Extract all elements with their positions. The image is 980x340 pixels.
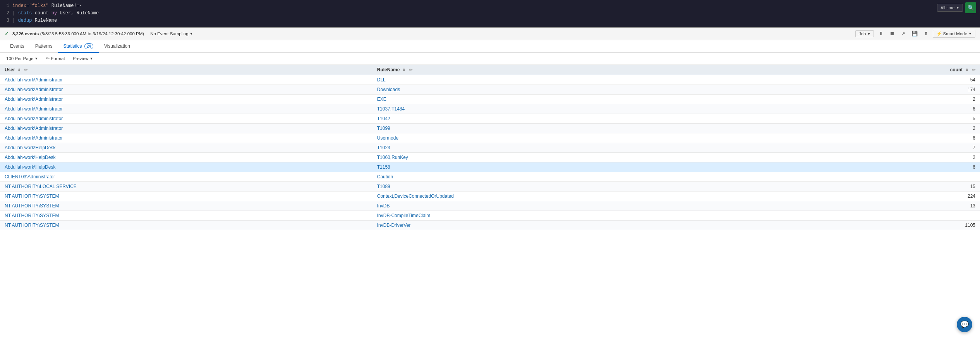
table-row[interactable]: Abdullah-work\AdministratorDLL54 xyxy=(0,75,980,85)
cell-count: 2 xyxy=(911,152,980,162)
tab-visualization[interactable]: Visualization xyxy=(99,40,136,53)
cell-user[interactable]: Abdullah-work\Administrator xyxy=(0,94,372,104)
col-header-rulename[interactable]: RuleName ⇕ ✏ xyxy=(372,65,911,75)
table-row[interactable]: CLIENT03\AdministratorCaution xyxy=(0,172,980,181)
cell-rulename[interactable]: Usermode xyxy=(372,133,911,143)
cell-rulename[interactable]: InvDB-DriverVer xyxy=(372,220,911,230)
cell-user[interactable]: Abdullah-work\HelpDesk xyxy=(0,152,372,162)
tab-statistics-label: Statistics xyxy=(63,43,82,49)
tab-statistics[interactable]: Statistics 24 xyxy=(58,40,98,53)
col-rulename-edit-icon[interactable]: ✏ xyxy=(409,67,412,72)
preview-dropdown[interactable]: Preview ▼ xyxy=(71,55,95,62)
save-button[interactable]: 💾 xyxy=(910,30,919,37)
table-row[interactable]: Abdullah-work\HelpDeskT10237 xyxy=(0,143,980,152)
table-row[interactable]: Abdullah-work\AdministratorUsermode6 xyxy=(0,133,980,143)
cell-rulename[interactable]: EXE xyxy=(372,94,911,104)
cell-user[interactable]: Abdullah-work\Administrator xyxy=(0,114,372,123)
col-rulename-sort-icon: ⇕ xyxy=(402,68,405,72)
export-button[interactable]: ⬆ xyxy=(922,30,930,37)
query-line-3: 3 | dedup RuleName xyxy=(4,17,933,24)
per-page-dropdown[interactable]: 100 Per Page ▼ xyxy=(5,55,39,62)
query-text-3: | dedup RuleName xyxy=(12,17,57,24)
cell-rulename[interactable]: InvDB xyxy=(372,201,911,211)
cell-rulename[interactable]: T1037,T1484 xyxy=(372,104,911,114)
cell-rulename[interactable]: T1089 xyxy=(372,181,911,191)
table-row[interactable]: Abdullah-work\AdministratorT10425 xyxy=(0,114,980,123)
query-text-2: | stats count by User, RuleName xyxy=(12,10,99,17)
cell-rulename[interactable]: T1042 xyxy=(372,114,911,123)
statistics-table-container: User ⇕ ✏ RuleName ⇕ ✏ count ⇕ ✏ Abdullah… xyxy=(0,65,980,230)
smart-mode-caret-icon: ▼ xyxy=(968,32,972,36)
preview-caret-icon: ▼ xyxy=(90,57,93,60)
time-range-dropdown[interactable]: All time ▼ xyxy=(937,4,963,12)
cell-user[interactable]: NT AUTHORITY\SYSTEM xyxy=(0,220,372,230)
cell-rulename[interactable]: DLL xyxy=(372,75,911,85)
table-row[interactable]: Abdullah-work\AdministratorT10992 xyxy=(0,123,980,133)
table-row[interactable]: NT AUTHORITY\SYSTEMInvDB-DriverVer1105 xyxy=(0,220,980,230)
tab-events-label: Events xyxy=(10,43,24,49)
col-count-sort-icon: ⇕ xyxy=(965,68,968,72)
event-sampling-dropdown[interactable]: No Event Sampling ▼ xyxy=(148,31,195,37)
table-row[interactable]: NT AUTHORITY\SYSTEMInvDB13 xyxy=(0,201,980,211)
smart-mode-dropdown[interactable]: ⚡ Smart Mode ▼ xyxy=(933,30,975,38)
table-row[interactable]: Abdullah-work\AdministratorT1037,T14846 xyxy=(0,104,980,114)
query-controls: All time ▼ 🔍 xyxy=(933,2,976,13)
col-header-count[interactable]: count ⇕ ✏ xyxy=(911,65,980,75)
cell-rulename[interactable]: Context,DeviceConnectedOrUpdated xyxy=(372,191,911,201)
query-editor[interactable]: 1 index="folks" RuleName!=- 2 | stats co… xyxy=(0,0,980,28)
cell-user[interactable]: NT AUTHORITY\SYSTEM xyxy=(0,191,372,201)
cell-user[interactable]: Abdullah-work\HelpDesk xyxy=(0,162,372,172)
smart-mode-label: Smart Mode xyxy=(943,31,967,36)
share-button[interactable]: ↗ xyxy=(899,30,907,37)
query-lines[interactable]: 1 index="folks" RuleName!=- 2 | stats co… xyxy=(4,2,933,25)
table-row[interactable]: NT AUTHORITY\SYSTEMInvDB-CompileTimeClai… xyxy=(0,211,980,220)
cell-user[interactable]: Abdullah-work\Administrator xyxy=(0,123,372,133)
col-count-edit-icon[interactable]: ✏ xyxy=(972,67,975,72)
smart-mode-indicator: ⚡ xyxy=(936,31,942,36)
cell-count: 7 xyxy=(911,143,980,152)
cell-user[interactable]: Abdullah-work\HelpDesk xyxy=(0,143,372,152)
cell-rulename[interactable]: Caution xyxy=(372,172,911,181)
cell-user[interactable]: Abdullah-work\Administrator xyxy=(0,133,372,143)
cell-rulename[interactable]: T1099 xyxy=(372,123,911,133)
tab-patterns[interactable]: Patterns xyxy=(30,40,58,53)
cell-rulename[interactable]: T1060,RunKey xyxy=(372,152,911,162)
preview-label: Preview xyxy=(73,56,89,61)
cell-count: 6 xyxy=(911,162,980,172)
event-count-text: 8,226 events (5/8/23 5:58:36.000 AM to 3… xyxy=(12,31,144,36)
cell-user[interactable]: Abdullah-work\Administrator xyxy=(0,75,372,85)
cell-user[interactable]: NT AUTHORITY\SYSTEM xyxy=(0,211,372,220)
cell-user[interactable]: NT AUTHORITY\SYSTEM xyxy=(0,201,372,211)
cell-user[interactable]: NT AUTHORITY\LOCAL SERVICE xyxy=(0,181,372,191)
format-button[interactable]: ✏ Format xyxy=(44,55,66,62)
time-range-label: All time xyxy=(941,5,954,10)
cell-count: 2 xyxy=(911,94,980,104)
job-dropdown[interactable]: Job ▼ xyxy=(855,30,874,37)
table-row[interactable]: Abdullah-work\AdministratorDownloads174 xyxy=(0,85,980,94)
table-row[interactable]: NT AUTHORITY\SYSTEMContext,DeviceConnect… xyxy=(0,191,980,201)
stop-button[interactable]: ⏹ xyxy=(888,30,896,37)
pause-button[interactable]: ⏸ xyxy=(877,30,885,37)
col-header-user[interactable]: User ⇕ ✏ xyxy=(0,65,372,75)
cell-user[interactable]: Abdullah-work\Administrator xyxy=(0,104,372,114)
cell-rulename[interactable]: T1023 xyxy=(372,143,911,152)
table-row[interactable]: Abdullah-work\HelpDeskT1060,RunKey2 xyxy=(0,152,980,162)
statistics-table: User ⇕ ✏ RuleName ⇕ ✏ count ⇕ ✏ Abdullah… xyxy=(0,65,980,230)
table-row[interactable]: NT AUTHORITY\LOCAL SERVICET108915 xyxy=(0,181,980,191)
col-user-edit-icon[interactable]: ✏ xyxy=(24,67,27,72)
cell-user[interactable]: CLIENT03\Administrator xyxy=(0,172,372,181)
cell-rulename[interactable]: InvDB-CompileTimeClaim xyxy=(372,211,911,220)
cell-rulename[interactable]: T1158 xyxy=(372,162,911,172)
table-row[interactable]: Abdullah-work\HelpDeskT11586 xyxy=(0,162,980,172)
search-button[interactable]: 🔍 xyxy=(965,2,976,13)
toolbar: 100 Per Page ▼ ✏ Format Preview ▼ xyxy=(0,53,980,65)
event-count-number: 8,226 events xyxy=(12,31,39,36)
status-right: Job ▼ ⏸ ⏹ ↗ 💾 ⬆ ⚡ Smart Mode ▼ xyxy=(855,30,975,38)
cell-user[interactable]: Abdullah-work\Administrator xyxy=(0,85,372,94)
table-row[interactable]: Abdullah-work\AdministratorEXE2 xyxy=(0,94,980,104)
share-icon: ↗ xyxy=(901,31,905,36)
col-rulename-label: RuleName xyxy=(377,67,400,72)
tab-events[interactable]: Events xyxy=(5,40,30,53)
cell-rulename[interactable]: Downloads xyxy=(372,85,911,94)
col-user-label: User xyxy=(5,67,15,72)
